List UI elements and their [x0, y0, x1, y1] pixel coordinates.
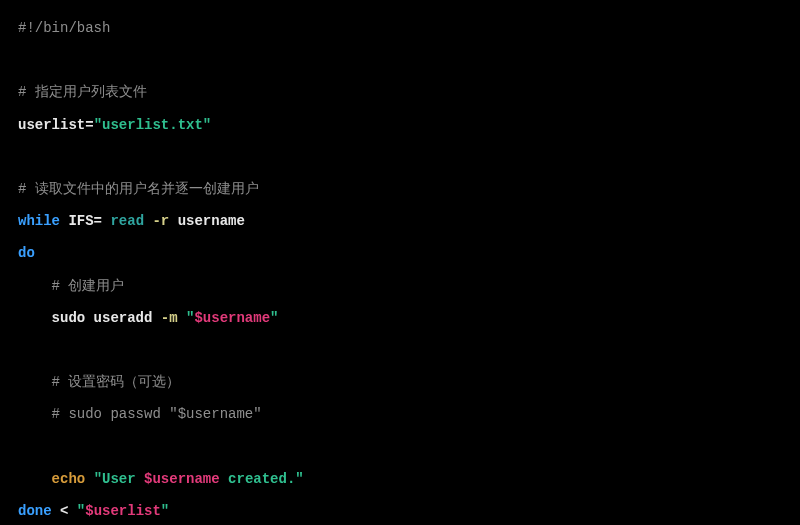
ifs-assign: IFS=	[60, 213, 110, 229]
indent	[18, 278, 52, 294]
redirect-lt: <	[52, 503, 77, 519]
code-block: #!/bin/bash # 指定用户列表文件 userlist="userlis…	[0, 0, 800, 525]
keyword-done: done	[18, 503, 52, 519]
space	[85, 471, 93, 487]
comment-sudo-passwd: # sudo passwd "$username"	[52, 406, 262, 422]
flag-r: -r	[144, 213, 178, 229]
keyword-do: do	[18, 245, 35, 261]
string-part-2: created."	[220, 471, 304, 487]
var-username-echo: $username	[144, 471, 220, 487]
string-quote-close-2: "	[161, 503, 169, 519]
assign-lhs: userlist=	[18, 117, 94, 133]
indent	[18, 406, 52, 422]
indent	[18, 310, 52, 326]
flag-m: -m	[161, 310, 186, 326]
cmd-sudo-useradd: sudo useradd	[52, 310, 161, 326]
string-quote-open-2: "	[77, 503, 85, 519]
comment-set-password: # 设置密码（可选）	[52, 374, 181, 390]
comment-create-user: # 创建用户	[52, 278, 125, 294]
var-name-username: username	[178, 213, 245, 229]
string-quote-close: "	[270, 310, 278, 326]
var-userlist: $userlist	[85, 503, 161, 519]
shebang-line: #!/bin/bash	[18, 20, 110, 36]
assign-rhs-string: "userlist.txt"	[94, 117, 212, 133]
builtin-echo: echo	[52, 471, 86, 487]
keyword-while: while	[18, 213, 60, 229]
comment-userlist-file: # 指定用户列表文件	[18, 84, 147, 100]
indent	[18, 471, 52, 487]
builtin-read: read	[110, 213, 144, 229]
var-username: $username	[194, 310, 270, 326]
indent	[18, 374, 52, 390]
string-part-1: "User	[94, 471, 144, 487]
comment-read-users: # 读取文件中的用户名并逐一创建用户	[18, 181, 259, 197]
